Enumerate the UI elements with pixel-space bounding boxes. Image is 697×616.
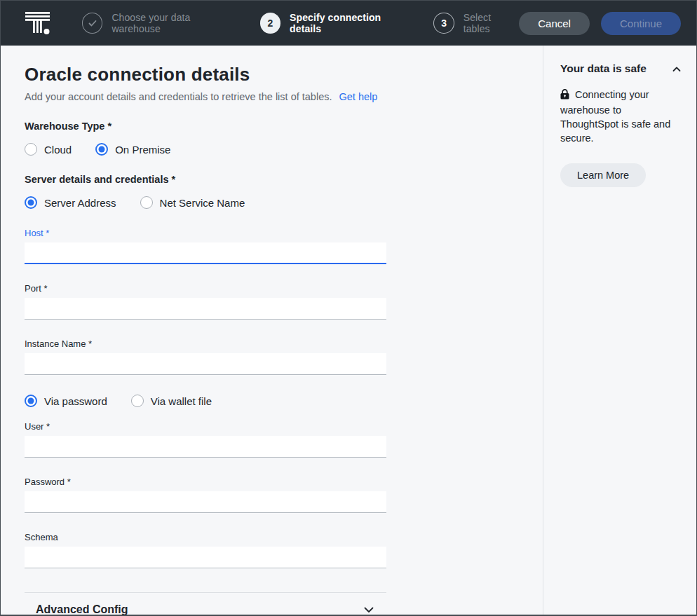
step-label: Select tables	[463, 12, 520, 34]
thoughtspot-logo-icon	[25, 12, 51, 35]
instance-name-field-label: Instance Name *	[25, 338, 386, 349]
radio-circle-icon	[25, 196, 37, 209]
step-connection-details[interactable]: 2 Specify connection details	[260, 12, 413, 34]
radio-via-password[interactable]: Via password	[25, 395, 107, 407]
radio-circle-icon	[140, 196, 153, 209]
radio-server-address[interactable]: Server Address	[25, 196, 116, 209]
port-input[interactable]	[25, 298, 386, 320]
radio-label: Net Service Name	[160, 197, 245, 209]
radio-circle-icon	[25, 395, 37, 407]
password-field-group: Password *	[25, 477, 386, 513]
schema-field-group: Schema	[25, 532, 386, 568]
step-select-tables[interactable]: 3 Select tables	[433, 12, 519, 34]
port-field-label: Port *	[25, 283, 386, 294]
subtitle-text: Add your account details and credentials…	[25, 91, 332, 102]
radio-label: Cloud	[44, 144, 72, 156]
schema-input[interactable]	[25, 547, 386, 568]
data-safety-title: Your data is safe	[560, 62, 647, 75]
warehouse-type-label: Warehouse Type *	[25, 121, 386, 132]
main-panel: Oracle connection details Add your accou…	[1, 46, 543, 615]
page-subtitle: Add your account details and credentials…	[25, 91, 543, 102]
page-title: Oracle connection details	[25, 64, 543, 85]
data-safety-header[interactable]: Your data is safe	[560, 62, 681, 75]
radio-label: Via wallet file	[151, 395, 212, 407]
radio-cloud[interactable]: Cloud	[25, 143, 72, 156]
connection-setup-window: Choose your data warehouse 2 Specify con…	[0, 0, 697, 616]
host-input[interactable]	[25, 242, 386, 264]
radio-net-service-name[interactable]: Net Service Name	[140, 196, 245, 209]
continue-button[interactable]: Continue	[601, 12, 681, 35]
host-field-group: Host *	[25, 228, 386, 264]
schema-field-label: Schema	[25, 532, 386, 542]
data-safety-panel: Your data is safe Connecting your wareho…	[543, 46, 696, 615]
port-field-group: Port *	[25, 283, 386, 320]
step-number-badge: 2	[260, 13, 280, 34]
lock-icon	[560, 89, 569, 103]
step-label: Choose your data warehouse	[111, 12, 238, 34]
radio-label: Via password	[44, 395, 107, 407]
chevron-up-icon	[672, 62, 681, 75]
data-safety-text: Connecting your warehouse to ThoughtSpot…	[560, 88, 681, 145]
host-field-label: Host *	[25, 228, 386, 238]
password-input[interactable]	[25, 491, 386, 513]
radio-circle-icon	[131, 395, 144, 407]
learn-more-button[interactable]: Learn More	[560, 163, 646, 187]
step-label: Specify connection details	[290, 12, 412, 34]
data-safety-body-text: Connecting your warehouse to ThoughtSpot…	[560, 89, 670, 144]
radio-label: On Premise	[115, 144, 170, 156]
server-details-label: Server details and credentials *	[25, 174, 386, 185]
warehouse-type-options: Cloud On Premise	[25, 143, 386, 156]
radio-circle-icon	[25, 143, 37, 156]
radio-via-wallet-file[interactable]: Via wallet file	[131, 395, 212, 407]
user-field-label: User *	[25, 421, 386, 432]
wizard-stepper: Choose your data warehouse 2 Specify con…	[82, 12, 519, 34]
user-input[interactable]	[25, 436, 386, 458]
advanced-config-toggle[interactable]: Advanced Config	[25, 592, 386, 616]
advanced-config-label: Advanced Config	[36, 603, 128, 616]
radio-circle-icon	[95, 143, 108, 156]
radio-label: Server Address	[44, 197, 116, 209]
instance-name-input[interactable]	[25, 353, 386, 375]
server-details-options: Server Address Net Service Name	[25, 196, 386, 209]
step-done-check-icon	[82, 13, 102, 34]
cancel-button[interactable]: Cancel	[519, 12, 590, 35]
chevron-down-icon	[364, 603, 374, 616]
auth-method-options: Via password Via wallet file	[25, 395, 386, 407]
radio-on-premise[interactable]: On Premise	[95, 143, 170, 156]
get-help-link[interactable]: Get help	[339, 91, 378, 102]
password-field-label: Password *	[25, 477, 386, 487]
step-number-badge: 3	[433, 13, 454, 34]
top-bar: Choose your data warehouse 2 Specify con…	[1, 1, 696, 46]
instance-name-field-group: Instance Name *	[25, 338, 386, 375]
step-choose-warehouse[interactable]: Choose your data warehouse	[82, 12, 239, 34]
user-field-group: User *	[25, 421, 386, 458]
